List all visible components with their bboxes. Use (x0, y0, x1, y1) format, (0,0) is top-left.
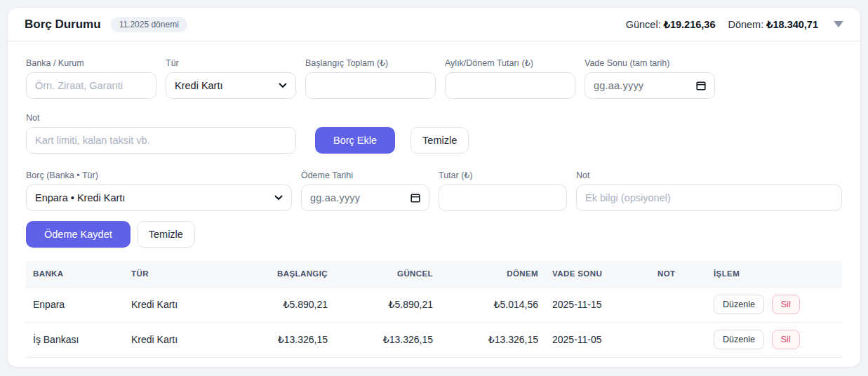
edit-button[interactable]: Düzenle (714, 295, 764, 314)
payment-date-label: Ödeme Tarihi (301, 170, 429, 181)
cell-not (650, 287, 707, 322)
payment-date-placeholder: gg.aa.yyyy (310, 192, 360, 203)
cell-baslangic: ₺5.890,21 (254, 287, 335, 322)
col-header-baslangic: BAŞLANGIÇ (254, 261, 335, 287)
debt-form-row-1: Banka / Kurum Tür Kredi Kartı Başlangıç … (26, 58, 842, 99)
debts-table: BANKA TÜR BAŞLANGIÇ GÜNCEL DÖNEM VADE SO… (26, 261, 842, 358)
col-header-guncel: GÜNCEL (335, 261, 440, 287)
calendar-icon[interactable] (410, 193, 420, 203)
debt-note-input[interactable] (26, 127, 296, 154)
current-total-value: ₺19.216,36 (664, 19, 716, 30)
due-date-input[interactable]: gg.aa.yyyy (585, 72, 715, 99)
cell-islem: Düzenle Sil (707, 287, 842, 322)
initial-total-label: Başlangıç Toplam (₺) (305, 58, 436, 69)
cell-banka: Enpara (26, 287, 124, 322)
col-header-vade-sonu: VADE SONU (545, 261, 650, 287)
type-field-label: Tür (166, 58, 296, 69)
cell-banka: İş Bankası (26, 322, 124, 357)
col-header-tur: TÜR (124, 261, 254, 287)
initial-total-field-group: Başlangıç Toplam (₺) (305, 58, 436, 99)
type-select-value: Kredi Kartı (175, 80, 223, 91)
payment-debt-field-group: Borç (Banka • Tür) Enpara • Kredi Kartı (26, 170, 292, 211)
delete-button[interactable]: Sil (772, 295, 800, 314)
debt-status-card: Borç Durumu 11.2025 dönemi Güncel: ₺19.2… (7, 7, 861, 368)
table-row: İş Bankası Kredi Kartı ₺13.326,15 ₺13.32… (26, 322, 842, 357)
debt-form-row-2: Not Borç Ekle Temizle (26, 113, 842, 154)
save-payment-button[interactable]: Ödeme Kaydet (26, 221, 131, 248)
edit-button[interactable]: Düzenle (714, 330, 764, 349)
chevron-down-icon (279, 83, 287, 88)
payment-date-field-group: Ödeme Tarihi gg.aa.yyyy (301, 170, 429, 211)
cell-guncel: ₺13.326,15 (335, 322, 440, 357)
chevron-down-icon (834, 21, 843, 27)
table-header-row: BANKA TÜR BAŞLANGIÇ GÜNCEL DÖNEM VADE SO… (26, 261, 842, 287)
cell-vade-sonu: 2025-11-05 (545, 322, 650, 357)
collapse-toggle[interactable] (832, 19, 845, 30)
type-select[interactable]: Kredi Kartı (166, 72, 296, 99)
cell-donem: ₺13.326,15 (440, 322, 545, 357)
payment-note-input[interactable] (576, 184, 842, 211)
clear-debt-form-button[interactable]: Temizle (410, 127, 469, 154)
debt-note-field-group: Not (26, 113, 296, 154)
cell-donem: ₺5.014,56 (440, 287, 545, 322)
current-total-stat: Güncel: ₺19.216,36 (626, 19, 716, 30)
cell-vade-sonu: 2025-11-15 (545, 287, 650, 322)
delete-button[interactable]: Sil (772, 330, 800, 349)
initial-total-input[interactable] (305, 72, 436, 99)
cell-tur: Kredi Kartı (124, 322, 254, 357)
monthly-amount-field-group: Aylık/Dönem Tutarı (₺) (445, 58, 575, 99)
chevron-down-icon (274, 195, 283, 201)
payment-date-input[interactable]: gg.aa.yyyy (301, 184, 429, 211)
col-header-banka: BANKA (26, 261, 124, 287)
payment-debt-select[interactable]: Enpara • Kredi Kartı (26, 184, 292, 211)
debts-table-wrap: BANKA TÜR BAŞLANGIÇ GÜNCEL DÖNEM VADE SO… (26, 261, 842, 358)
cell-islem: Düzenle Sil (707, 322, 842, 357)
cell-baslangic: ₺13.326,15 (254, 322, 335, 357)
payment-amount-label: Tutar (₺) (439, 170, 567, 181)
due-date-placeholder: gg.aa.yyyy (594, 80, 643, 91)
cell-not (650, 322, 707, 357)
payment-form-row: Borç (Banka • Tür) Enpara • Kredi Kartı … (26, 170, 842, 211)
period-total-value: ₺18.340,71 (766, 19, 818, 30)
col-header-islem: İŞLEM (707, 261, 842, 287)
page-title: Borç Durumu (25, 18, 101, 32)
payment-amount-field-group: Tutar (₺) (439, 170, 567, 211)
payment-debt-select-value: Enpara • Kredi Kartı (35, 192, 125, 203)
period-total-stat: Dönem: ₺18.340,71 (728, 19, 818, 30)
bank-field-label: Banka / Kurum (26, 58, 156, 69)
cell-guncel: ₺5.890,21 (335, 287, 440, 322)
monthly-amount-input[interactable] (445, 72, 575, 99)
type-field-group: Tür Kredi Kartı (166, 58, 296, 99)
card-header: Borç Durumu 11.2025 dönemi Güncel: ₺19.2… (8, 8, 860, 41)
add-debt-button[interactable]: Borç Ekle (315, 127, 395, 154)
bank-field-group: Banka / Kurum (26, 58, 156, 99)
period-total-label: Dönem: (728, 19, 763, 30)
header-totals: Güncel: ₺19.216,36 Dönem: ₺18.340,71 (626, 19, 845, 30)
payment-buttons-row: Ödeme Kaydet Temizle (26, 221, 842, 248)
period-badge: 11.2025 dönemi (111, 17, 187, 32)
payment-note-label: Not (576, 170, 842, 181)
cell-tur: Kredi Kartı (124, 287, 254, 322)
clear-payment-form-button[interactable]: Temizle (137, 221, 195, 248)
col-header-donem: DÖNEM (440, 261, 545, 287)
table-row: Enpara Kredi Kartı ₺5.890,21 ₺5.890,21 ₺… (26, 287, 842, 322)
payment-debt-label: Borç (Banka • Tür) (26, 170, 292, 181)
col-header-not: NOT (650, 261, 707, 287)
payment-note-field-group: Not (576, 170, 842, 211)
calendar-icon[interactable] (696, 81, 706, 90)
monthly-amount-label: Aylık/Dönem Tutarı (₺) (445, 58, 575, 69)
current-total-label: Güncel: (626, 19, 661, 30)
debt-note-label: Not (26, 113, 296, 123)
bank-input[interactable] (26, 72, 156, 99)
due-date-field-group: Vade Sonu (tam tarih) gg.aa.yyyy (585, 58, 715, 99)
payment-amount-input[interactable] (439, 184, 567, 211)
due-date-label: Vade Sonu (tam tarih) (585, 58, 715, 69)
